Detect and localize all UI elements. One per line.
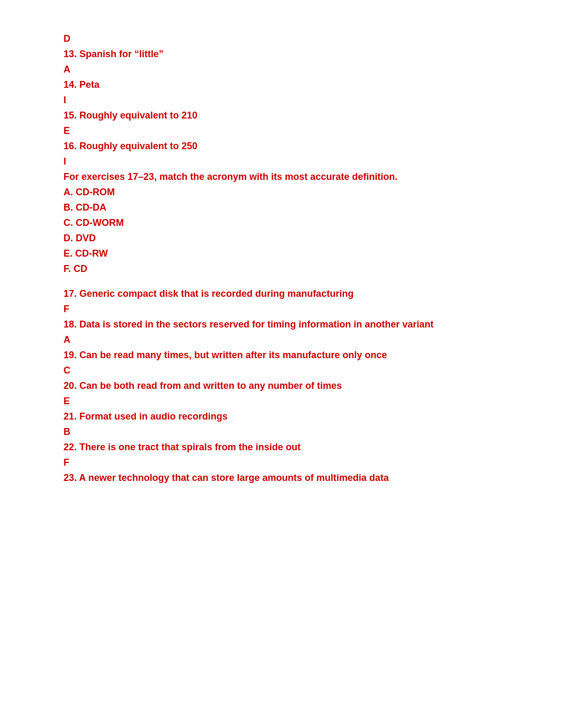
- q22: 22. There is one tract that spirals from…: [64, 440, 498, 454]
- answer-d: D: [64, 32, 498, 46]
- answer-f1: F: [64, 302, 498, 316]
- answer-a2: A: [64, 333, 498, 347]
- opt-d: D. DVD: [64, 231, 498, 245]
- opt-a: A. CD-ROM: [64, 185, 498, 199]
- instructions: For exercises 17–23, match the acronym w…: [64, 170, 498, 184]
- answer-i2: I: [64, 154, 498, 169]
- q20: 20. Can be both read from and written to…: [64, 379, 498, 393]
- answer-e1: E: [64, 124, 498, 138]
- main-content: D 13. Spanish for “little” A 14. Peta I …: [64, 32, 498, 485]
- q19: 19. Can be read many times, but written …: [64, 348, 498, 362]
- spacer1: [64, 277, 498, 287]
- q21: 21. Format used in audio recordings: [64, 410, 498, 424]
- q17: 17. Generic compact disk that is recorde…: [64, 287, 498, 301]
- answer-b1: B: [64, 425, 498, 439]
- answer-f2: F: [64, 456, 498, 470]
- q23: 23. A newer technology that can store la…: [64, 471, 498, 485]
- q15: 15. Roughly equivalent to 210: [64, 108, 498, 123]
- answer-a1: A: [64, 62, 498, 77]
- q14: 14. Peta: [64, 78, 498, 92]
- opt-e: E. CD-RW: [64, 247, 498, 261]
- q13: 13. Spanish for “little”: [64, 47, 498, 61]
- answer-e2: E: [64, 394, 498, 408]
- opt-b: B. CD-DA: [64, 201, 498, 215]
- q18: 18. Data is stored in the sectors reserv…: [64, 317, 498, 332]
- answer-c1: C: [64, 363, 498, 378]
- opt-c: C. CD-WORM: [64, 216, 498, 230]
- answer-i1: I: [64, 93, 498, 107]
- opt-f: F. CD: [64, 262, 498, 276]
- q16: 16. Roughly equivalent to 250: [64, 139, 498, 153]
